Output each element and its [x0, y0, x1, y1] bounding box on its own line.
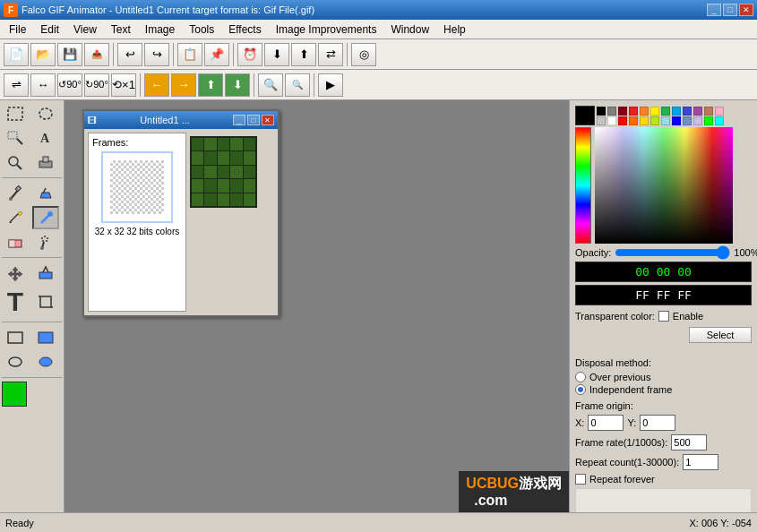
menu-view[interactable]: View	[66, 21, 104, 39]
enable-checkbox[interactable]	[658, 311, 669, 322]
brush-tool[interactable]	[32, 206, 59, 229]
t2-down[interactable]: ⬇	[225, 73, 250, 97]
redo-button[interactable]: ↪	[144, 43, 169, 66]
swatch-22[interactable]	[704, 116, 713, 125]
copy-button[interactable]: 📋	[177, 43, 202, 66]
close-button[interactable]: ✕	[739, 4, 753, 16]
menu-edit[interactable]: Edit	[33, 21, 66, 39]
text-tool[interactable]: A	[32, 126, 59, 150]
swatch-21[interactable]	[693, 116, 702, 125]
swatch-5[interactable]	[650, 107, 659, 116]
t2-btn4[interactable]: ↻90°	[84, 73, 109, 97]
repeat-count-input[interactable]	[683, 454, 718, 470]
ellipse-shape-tool[interactable]	[2, 350, 29, 373]
zoom-in-button[interactable]: 🔍	[258, 73, 283, 97]
save-as-button[interactable]: 📤	[84, 43, 109, 66]
swatch-2[interactable]	[618, 107, 627, 116]
minimize-button[interactable]: _	[707, 4, 721, 16]
menu-file[interactable]: File	[2, 21, 33, 39]
t2-right[interactable]: →	[171, 73, 196, 97]
down-button[interactable]: ⬇	[264, 43, 289, 66]
independent-frame-radio[interactable]	[575, 384, 586, 395]
timer-button[interactable]: ⏰	[237, 43, 262, 66]
filled-ellipse-tool[interactable]	[32, 350, 59, 373]
swatch-0[interactable]	[597, 107, 606, 116]
fill-tool[interactable]	[32, 262, 59, 285]
repeat-forever-checkbox[interactable]	[575, 474, 586, 485]
zoom-out-button[interactable]: 🔍	[285, 73, 310, 97]
play-button[interactable]: ▶	[318, 73, 343, 97]
new-button[interactable]: 📄	[4, 43, 29, 66]
over-previous-radio[interactable]	[575, 372, 586, 382]
eyedropper-tool[interactable]	[2, 182, 29, 205]
menu-image-improvements[interactable]: Image Improvements	[269, 21, 384, 39]
menu-tools[interactable]: Tools	[182, 21, 221, 39]
t2-btn3[interactable]: ↺90°	[57, 73, 82, 97]
select-button[interactable]: Select	[689, 327, 752, 343]
undo-button[interactable]: ↩	[117, 43, 142, 66]
opacity-slider[interactable]	[615, 247, 730, 258]
frame-rate-input[interactable]	[671, 434, 707, 450]
t2-btn2[interactable]: ↔	[30, 73, 56, 97]
t2-btn5[interactable]: ⟲×1	[111, 73, 136, 97]
swap-button[interactable]: ⇄	[318, 43, 343, 66]
swatch-3[interactable]	[629, 107, 638, 116]
up-button[interactable]: ⬆	[291, 43, 316, 66]
swatch-15[interactable]	[629, 116, 638, 125]
swatch-18[interactable]	[661, 116, 670, 125]
select-ellipse-tool[interactable]	[32, 102, 59, 125]
swatch-4[interactable]	[640, 107, 649, 116]
swatch-10[interactable]	[704, 107, 713, 116]
menu-help[interactable]: Help	[436, 21, 473, 39]
eraser-tool[interactable]	[2, 230, 29, 253]
pencil-tool[interactable]	[2, 206, 29, 229]
magic-wand-tool[interactable]	[2, 126, 29, 150]
gif-minimize[interactable]: _	[233, 115, 245, 125]
swatch-19[interactable]	[672, 116, 681, 125]
menu-window[interactable]: Window	[383, 21, 436, 39]
spray-tool[interactable]	[32, 230, 59, 253]
zoom-tool[interactable]	[2, 150, 29, 174]
black-swatch[interactable]	[575, 106, 595, 125]
paste-button[interactable]: 📌	[204, 43, 229, 66]
menu-text[interactable]: Text	[104, 21, 138, 39]
swatch-13[interactable]	[607, 116, 616, 125]
swatch-17[interactable]	[650, 116, 659, 125]
hue-slider[interactable]	[575, 127, 591, 244]
color-box[interactable]	[2, 382, 27, 407]
swatch-14[interactable]	[618, 116, 627, 125]
target-button[interactable]: ◎	[351, 43, 376, 66]
menu-image[interactable]: Image	[138, 21, 182, 39]
maximize-button[interactable]: □	[723, 4, 737, 16]
frame-item[interactable]	[101, 151, 173, 223]
color-gradient[interactable]	[595, 127, 733, 244]
y-input[interactable]	[640, 415, 675, 431]
stamp-tool[interactable]	[32, 150, 59, 174]
swatch-6[interactable]	[661, 107, 670, 116]
crop-tool[interactable]	[32, 286, 59, 318]
bucket-tool[interactable]	[32, 182, 59, 205]
swatch-8[interactable]	[683, 107, 692, 116]
open-button[interactable]: 📂	[30, 43, 56, 66]
swatch-1[interactable]	[607, 107, 616, 116]
swatch-9[interactable]	[693, 107, 702, 116]
swatch-7[interactable]	[672, 107, 681, 116]
move-tool[interactable]	[2, 262, 29, 285]
x-input[interactable]	[588, 415, 624, 431]
t2-up[interactable]: ⬆	[198, 73, 223, 97]
menu-effects[interactable]: Effects	[221, 21, 268, 39]
filled-rect-tool[interactable]	[32, 326, 59, 349]
swatch-16[interactable]	[640, 116, 649, 125]
gif-maximize[interactable]: □	[247, 115, 260, 125]
swatch-20[interactable]	[683, 116, 692, 125]
big-text-tool[interactable]: T	[2, 286, 29, 318]
select-rect-tool[interactable]	[2, 102, 29, 125]
t2-left[interactable]: ←	[144, 73, 169, 97]
save-button[interactable]: 💾	[57, 43, 82, 66]
swatch-23[interactable]	[715, 116, 724, 125]
t2-btn1[interactable]: ⇌	[4, 73, 29, 97]
swatch-12[interactable]	[597, 116, 606, 125]
rect-shape-tool[interactable]	[2, 326, 29, 349]
swatch-11[interactable]	[715, 107, 724, 116]
gif-close[interactable]: ✕	[262, 115, 274, 125]
